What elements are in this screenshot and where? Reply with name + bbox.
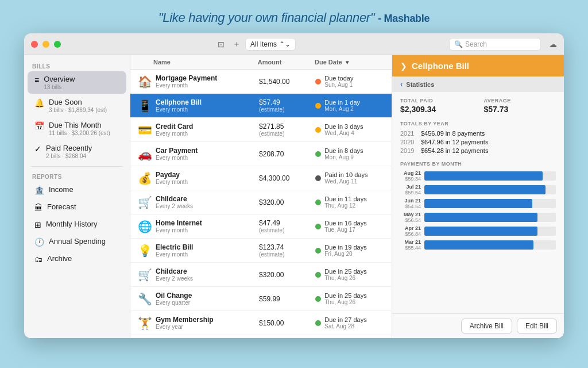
- sidebar-icon-monthly-history: ⊞: [34, 220, 41, 229]
- panel-chevron-icon[interactable]: ❯: [400, 62, 407, 71]
- sidebar-toggle-icon[interactable]: ⊡: [218, 40, 225, 49]
- bill-info-10: Oil Change Every quarter: [153, 292, 259, 306]
- chart-amount: $59.54: [400, 190, 421, 195]
- bill-icon-5: 💰: [136, 171, 153, 185]
- all-items-chevron-icon: ⌃⌄: [279, 40, 291, 48]
- bill-amount-wrap-5: $4,300.00: [259, 174, 315, 182]
- bill-row[interactable]: 🏠 Mortgage Payment Every month $1,540.00…: [130, 70, 392, 94]
- due-dot-10: [315, 296, 321, 302]
- sidebar-item-annual-spending[interactable]: 🕐 Annual Spending: [28, 233, 126, 250]
- bill-icon-11: 🏋: [136, 316, 153, 330]
- bill-row[interactable]: 💳 Credit Card Every month $271.85 (estim…: [130, 118, 392, 142]
- bill-info-9: Childcare Every 2 weeks: [153, 267, 259, 282]
- panel-back-icon[interactable]: ‹: [400, 80, 403, 89]
- bill-amount-wrap-8: $123.74 (estimate): [259, 243, 315, 258]
- chart-row: Mar 21 $55.44: [400, 239, 556, 251]
- sidebar-label-overview: Overview: [44, 75, 121, 83]
- chart-row: Aug 21 $59.34: [400, 170, 556, 182]
- due-text-6: Due in 11 days: [324, 195, 366, 202]
- bill-row[interactable]: 🛒 Childcare Every 2 weeks $320.00 Due in…: [130, 190, 392, 214]
- sidebar-item-due-this-month[interactable]: 📅 Due This Month 11 bills · $3,200.26 (e…: [28, 117, 126, 140]
- bill-info-6: Childcare Every 2 weeks: [153, 195, 259, 209]
- bill-info-2: Cellphone Bill Every month: [153, 98, 259, 113]
- year-num: 2021: [400, 130, 417, 137]
- sidebar-item-due-soon[interactable]: 🔔 Due Soon 3 bills · $1,869.34 (est): [28, 94, 126, 117]
- chart-row: Apr 21 $56.84: [400, 225, 556, 237]
- cloud-icon[interactable]: ☁: [549, 40, 557, 49]
- add-bill-button[interactable]: ＋: [233, 39, 241, 49]
- sidebar-icon-paid-recently: ✓: [34, 144, 41, 154]
- sidebar-bills-list: ≡ Overview 13 bills 🔔 Due Soon 3 bills ·…: [24, 71, 130, 163]
- due-date-1: Sun, Aug 1: [324, 82, 353, 88]
- sidebar: Bills ≡ Overview 13 bills 🔔 Due Soon 3 b…: [24, 55, 130, 338]
- due-date-7: Tue, Aug 17: [324, 227, 366, 233]
- panel-footer: Archive Bill Edit Bill: [392, 313, 564, 338]
- bill-freq-9: Every 2 weeks: [156, 275, 259, 282]
- bill-freq-11: Every year: [156, 324, 259, 330]
- bill-icon-1: 🏠: [136, 75, 153, 89]
- all-items-selector[interactable]: All Items ⌃⌄: [245, 38, 296, 51]
- bill-row[interactable]: 🛒 Childcare Every 2 weeks $320.00 Due in…: [130, 263, 392, 287]
- bill-icon-10: 🔧: [136, 292, 153, 306]
- bill-row[interactable]: 🚗 Car Payment Every month $208.70 Due in…: [130, 142, 392, 166]
- due-badge-6: Due in 11 days Thu, Aug 12: [315, 195, 386, 209]
- due-text-3: Due in 3 days: [324, 123, 363, 130]
- bill-amount-wrap-10: $59.99: [259, 295, 315, 303]
- sidebar-item-archive[interactable]: 🗂 Archive: [28, 251, 126, 267]
- search-bar[interactable]: 🔍 Search: [449, 38, 541, 51]
- sidebar-item-paid-recently[interactable]: ✓ Paid Recently 2 bills · $268.04: [28, 140, 126, 163]
- bill-amount-wrap-2: $57.49 (estimate): [259, 98, 315, 113]
- bill-row[interactable]: 📱 Cellphone Bill Every month $57.49 (est…: [130, 94, 392, 118]
- sidebar-item-overview[interactable]: ≡ Overview 13 bills: [28, 71, 126, 94]
- sidebar-item-forecast[interactable]: 🏛 Forecast: [28, 199, 126, 216]
- bill-amount-wrap-4: $208.70: [259, 150, 315, 158]
- due-badge-3: Due in 3 days Wed, Aug 4: [315, 123, 386, 136]
- due-text-1: Due today: [324, 75, 353, 82]
- sidebar-item-monthly-history[interactable]: ⊞ Monthly History: [28, 216, 126, 233]
- edit-bill-button[interactable]: Edit Bill: [517, 319, 557, 334]
- panel-section-header: ‹ Statistics: [392, 76, 564, 92]
- bill-row[interactable]: 🏋 Gym Membership Every year $150.00 Due …: [130, 311, 392, 335]
- traffic-light-yellow[interactable]: [42, 41, 49, 48]
- due-dot-1: [315, 79, 321, 85]
- bills-header: Name Amount Due Date ▼: [130, 55, 392, 70]
- traffic-light-green[interactable]: [54, 41, 61, 48]
- bill-info-1: Mortgage Payment Every month: [153, 74, 259, 89]
- due-date-10: Thu, Aug 26: [324, 299, 366, 305]
- year-row: 2019 $654.28 in 12 payments: [400, 147, 556, 154]
- bill-info-5: Payday Every month: [153, 171, 259, 185]
- bill-amount-wrap-7: $47.49 (estimate): [259, 219, 315, 233]
- due-date-6: Thu, Aug 12: [324, 202, 366, 209]
- bill-name-1: Mortgage Payment: [156, 74, 259, 82]
- bill-freq-2: Every month: [156, 106, 259, 113]
- bill-row[interactable]: 💡 Electric Bill Every month $123.74 (est…: [130, 239, 392, 263]
- chart-amount: $54.54: [400, 204, 421, 209]
- archive-bill-button[interactable]: Archive Bill: [461, 319, 512, 334]
- year-row: 2021 $456.09 in 8 payments: [400, 130, 556, 137]
- col-amount-header: Amount: [258, 59, 315, 66]
- due-date-3: Wed, Aug 4: [324, 130, 363, 136]
- sidebar-label-income: Income: [49, 185, 121, 194]
- bill-row[interactable]: 💰 Payday Every month $4,300.00 Paid in 1…: [130, 166, 392, 190]
- bill-amount-11: $150.00: [259, 319, 315, 327]
- chart-row: Jun 21 $54.54: [400, 198, 556, 209]
- chart-bar: [424, 240, 533, 250]
- sidebar-sub-paid-recently: 2 bills · $268.04: [46, 153, 121, 159]
- due-dot-2: [315, 103, 321, 109]
- chart-month: Mar 21: [400, 239, 421, 245]
- due-badge-9: Due in 25 days Thu, Aug 26: [315, 268, 386, 281]
- traffic-light-red[interactable]: [31, 41, 38, 48]
- sidebar-sub-due-this-month: 11 bills · $3,200.26 (est): [49, 130, 121, 136]
- panel-header: ❯ Cellphone Bill: [392, 55, 564, 76]
- chart-bar-wrap: [424, 213, 556, 222]
- bill-row[interactable]: 🔧 Oil Change Every quarter $59.99 Due in…: [130, 287, 392, 311]
- year-val: $456.09 in 8 payments: [421, 130, 485, 137]
- due-badge-4: Due in 8 days Mon, Aug 9: [315, 147, 386, 160]
- bill-row[interactable]: 🚗 Car Registration Every year $101.00 Du…: [130, 335, 392, 338]
- bill-row[interactable]: 🌐 Home Internet Every month $47.49 (esti…: [130, 214, 392, 239]
- sidebar-item-income[interactable]: 🏦 Income: [28, 182, 126, 198]
- app-window: ⊡ ＋ All Items ⌃⌄ 🔍 Search ☁ Bills ≡ Over…: [24, 33, 564, 338]
- due-text-7: Due in 16 days: [324, 220, 366, 227]
- sidebar-divider: [31, 166, 123, 167]
- col-duedate-header: Due Date ▼: [315, 59, 386, 66]
